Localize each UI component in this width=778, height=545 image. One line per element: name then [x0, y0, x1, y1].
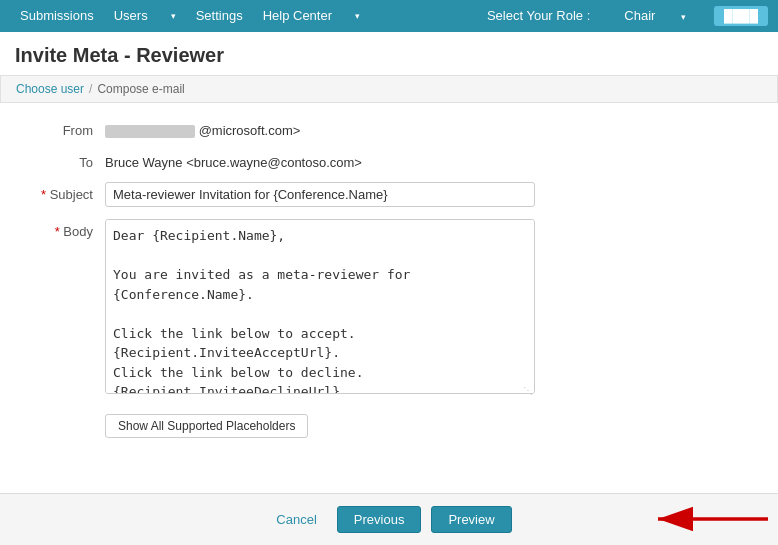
page-title: Invite Meta - Reviewer [0, 32, 778, 75]
subject-input[interactable] [105, 182, 535, 207]
subject-label: * Subject [15, 182, 105, 202]
nav-settings-label[interactable]: Settings [186, 0, 253, 32]
to-value: Bruce Wayne <bruce.wayne@contoso.com> [105, 150, 763, 170]
from-row: From @microsoft.com> [15, 118, 763, 138]
subject-required: * [41, 187, 46, 202]
bottom-bar: Cancel Previous Preview [0, 493, 778, 545]
from-label: From [15, 118, 105, 138]
subject-label-text: Subject [50, 187, 93, 202]
to-label: To [15, 150, 105, 170]
body-textarea[interactable] [105, 219, 535, 394]
top-navigation: Submissions Users ▾ Settings Help Center… [0, 0, 778, 32]
nav-chair-btn[interactable]: Chair ▾ [604, 0, 706, 33]
chair-label: Chair [614, 0, 665, 32]
select-role-label: Select Your Role : [477, 0, 600, 32]
from-value: @microsoft.com> [105, 118, 763, 138]
body-required: * [55, 224, 60, 239]
breadcrumb-separator: / [89, 82, 92, 96]
body-label: * Body [15, 219, 105, 239]
chair-caret: ▾ [671, 1, 696, 33]
breadcrumb-step1[interactable]: Choose user [16, 82, 84, 96]
nav-submissions-label[interactable]: Submissions [10, 0, 104, 32]
placeholders-row: Show All Supported Placeholders [105, 409, 763, 438]
nav-help-center-label[interactable]: Help Center [253, 0, 342, 32]
breadcrumb: Choose user / Compose e-mail [0, 75, 778, 103]
from-blurred-email [105, 125, 195, 138]
body-row: * Body ⋱ [15, 219, 763, 397]
resize-handle[interactable]: ⋱ [523, 385, 533, 395]
cancel-button[interactable]: Cancel [266, 507, 326, 532]
user-avatar-button[interactable]: ████ [714, 6, 768, 26]
nav-right-section: Select Your Role : Chair ▾ ████ [477, 0, 768, 33]
placeholders-button[interactable]: Show All Supported Placeholders [105, 414, 308, 438]
nav-users-caret: ▾ [161, 0, 186, 32]
nav-help-center[interactable]: Help Center ▾ [253, 0, 370, 32]
subject-input-wrapper [105, 182, 535, 207]
preview-button[interactable]: Preview [431, 506, 511, 533]
previous-button[interactable]: Previous [337, 506, 422, 533]
nav-settings[interactable]: Settings [186, 0, 253, 32]
nav-users-label[interactable]: Users [104, 0, 158, 32]
subject-row: * Subject [15, 182, 763, 207]
body-label-text: Body [63, 224, 93, 239]
body-textarea-wrapper: ⋱ [105, 219, 535, 397]
nav-help-caret: ▾ [345, 0, 370, 32]
nav-submissions[interactable]: Submissions [10, 0, 104, 32]
nav-users[interactable]: Users ▾ [104, 0, 186, 32]
breadcrumb-step2: Compose e-mail [97, 82, 184, 96]
form-area: From @microsoft.com> To Bruce Wayne <bru… [0, 113, 778, 448]
to-row: To Bruce Wayne <bruce.wayne@contoso.com> [15, 150, 763, 170]
from-email-suffix: @microsoft.com> [199, 123, 301, 138]
